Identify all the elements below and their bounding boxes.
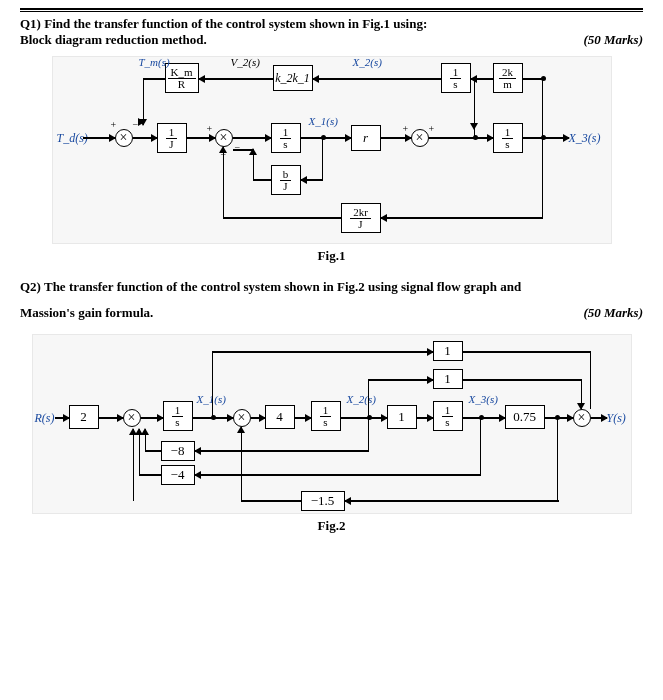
q2-line1: Q2) The transfer function of the control…	[20, 274, 643, 300]
q1-line1: Q1) Find the transfer function of the co…	[20, 16, 427, 32]
fig2-caption: Fig.2	[20, 518, 643, 534]
block-1-over-s-top: 1s	[441, 63, 471, 93]
q1-header-line2: Block diagram reduction method. (50 Mark…	[20, 32, 643, 48]
ff-1a: 1	[433, 341, 463, 361]
f2-x2: X_2(s)	[347, 393, 376, 405]
sum2-minus2: −	[235, 142, 241, 153]
f2-sum1: ×	[123, 409, 141, 427]
sum1-plus: +	[111, 119, 117, 130]
f2-x3: X_3(s)	[469, 393, 498, 405]
q2-text: Q2) The transfer function of the control…	[20, 274, 643, 326]
fig1-output: X_3(s)	[569, 131, 601, 146]
fig2-diagram: R(s) 2 × 1s X_1(s) × 4 1s X_2(s) 1 1s X_…	[32, 334, 632, 514]
label-X2: X_2(s)	[353, 56, 382, 68]
block-075: 0.75	[505, 405, 545, 429]
block-1-over-s-right: 1s	[493, 123, 523, 153]
q2-line2: Massion's gain formula.	[20, 300, 153, 326]
ff-1b: 1	[433, 369, 463, 389]
block-1-over-s-mid: 1s	[271, 123, 301, 153]
block-b-over-J: bJ	[271, 165, 301, 195]
sum2: ×	[215, 129, 233, 147]
q1-line2: Block diagram reduction method.	[20, 32, 207, 48]
fb-m4: −4	[161, 465, 195, 485]
sum3-plusL: +	[403, 123, 409, 134]
q1-header: Q1) Find the transfer function of the co…	[20, 16, 643, 32]
q2-marks: (50 Marks)	[583, 300, 643, 326]
q1-marks: (50 Marks)	[583, 32, 643, 48]
block-4: 4	[265, 405, 295, 429]
fb-m8: −8	[161, 441, 195, 461]
fb-m15: −1.5	[301, 491, 345, 511]
sum2-plus: +	[207, 123, 213, 134]
label-V2: V_2(s)	[231, 56, 260, 68]
block-1: 1	[387, 405, 417, 429]
sum3-plusR: +	[429, 123, 435, 134]
label-X1: X_1(s)	[309, 115, 338, 127]
fig1-caption: Fig.1	[20, 248, 643, 264]
f2-1s-a: 1s	[163, 401, 193, 431]
fig1-diagram: K_mR T_m(s) V_2(s) k_2k_1 X_2(s) 1s 2km …	[52, 56, 612, 244]
f2-1s-c: 1s	[433, 401, 463, 431]
block-r: r	[351, 125, 381, 151]
f2-sum2: ×	[233, 409, 251, 427]
sum3: ×	[411, 129, 429, 147]
block-1-over-J: 1J	[157, 123, 187, 153]
f2-sumY: ×	[573, 409, 591, 427]
block-2k-over-m: 2km	[493, 63, 523, 93]
sum1: ×	[115, 129, 133, 147]
label-Tm: T_m(s)	[139, 56, 170, 68]
fig2-output: Y(s)	[607, 411, 626, 426]
fig2-input: R(s)	[35, 411, 55, 426]
top-rule	[20, 8, 643, 12]
block-k2k1: k_2k_1	[273, 65, 313, 91]
fig1-input: T_d(s)	[57, 131, 88, 146]
f2-1s-b: 1s	[311, 401, 341, 431]
block-2kr-over-J: 2krJ	[341, 203, 381, 233]
block-2: 2	[69, 405, 99, 429]
